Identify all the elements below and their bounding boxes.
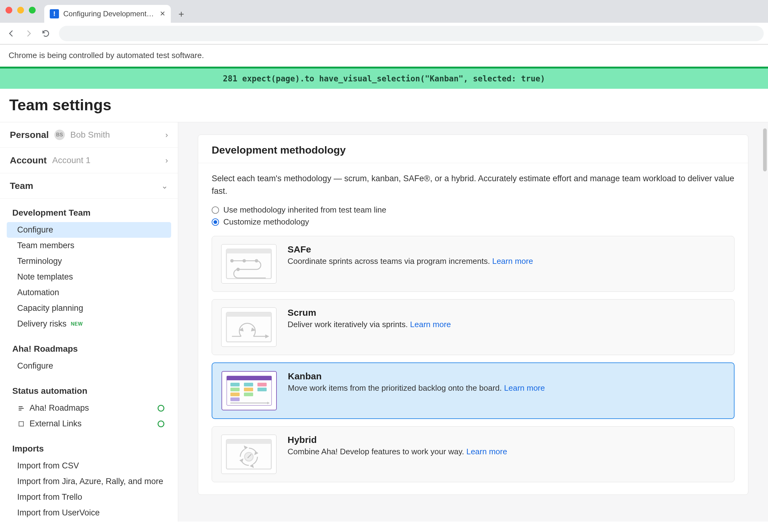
window-controls (6, 7, 44, 23)
sidebar-section-personal[interactable]: Personal BS Bob Smith › (0, 122, 178, 148)
sidebar: Personal BS Bob Smith › Account Account … (0, 122, 178, 522)
sidebar-item-capacity-planning[interactable]: Capacity planning (0, 300, 178, 316)
learn-more-link[interactable]: Learn more (410, 320, 451, 329)
card-content: Scrum Deliver work iteratively via sprin… (288, 307, 451, 329)
radio-customize[interactable]: Customize methodology (212, 217, 735, 227)
page-title: Team settings (9, 96, 759, 114)
sidebar-item-delivery-risks[interactable]: Delivery risks NEW (0, 316, 178, 332)
card-safe[interactable]: SAFe Coordinate sprints across teams via… (212, 236, 735, 292)
card-kanban[interactable]: Kanban Move work items from the prioriti… (212, 362, 735, 419)
sidebar-group-title: Development Team (0, 206, 178, 222)
panel-body: Select each team's methodology — scrum, … (198, 163, 748, 495)
svg-rect-17 (230, 383, 240, 386)
window-maximize[interactable] (29, 7, 36, 14)
external-icon (17, 421, 25, 427)
tab-close-icon[interactable]: ✕ (160, 10, 165, 18)
browser-tab[interactable]: ! Configuring Development Team ✕ (44, 5, 171, 23)
thumb-kanban-icon (221, 371, 277, 410)
card-title: Hybrid (288, 435, 507, 445)
new-tab-button[interactable]: + (174, 7, 188, 21)
roadmaps-icon (17, 405, 25, 412)
automation-banner: Chrome is being controlled by automated … (0, 45, 768, 67)
address-bar[interactable] (59, 26, 764, 41)
svg-point-7 (243, 260, 245, 262)
methodology-panel: Development methodology Select each team… (198, 135, 748, 495)
svg-rect-4 (226, 249, 271, 279)
thumb-safe-icon (221, 244, 276, 284)
thumb-hybrid-icon (221, 435, 276, 474)
sidebar-item-import-jira[interactable]: Import from Jira, Azure, Rally, and more (0, 474, 178, 489)
sidebar-group-status-automation: Status automation Aha! Roadmaps External… (0, 377, 178, 435)
chevron-down-icon: ⌄ (161, 181, 168, 191)
sidebar-section-team[interactable]: Team ⌄ (0, 173, 178, 199)
card-content: Hybrid Combine Aha! Develop features to … (288, 435, 507, 456)
svg-rect-25 (257, 388, 267, 391)
sidebar-group-title: Imports (0, 442, 178, 458)
svg-rect-21 (244, 383, 253, 386)
app: Team settings Personal BS Bob Smith › Ac… (0, 89, 768, 522)
main: Development methodology Select each team… (178, 122, 768, 522)
window-close[interactable] (6, 7, 12, 14)
panel-description: Select each team's methodology — scrum, … (212, 172, 735, 197)
card-title: Scrum (288, 307, 451, 318)
radio-icon (212, 206, 219, 214)
sidebar-item-status-external[interactable]: External Links (0, 416, 178, 432)
svg-point-8 (255, 260, 258, 262)
window-minimize[interactable] (17, 7, 24, 14)
sidebar-item-status-roadmaps[interactable]: Aha! Roadmaps (0, 400, 178, 416)
status-dot-icon (158, 421, 164, 427)
sidebar-item-configure[interactable]: Configure (7, 222, 171, 238)
learn-more-link[interactable]: Learn more (504, 383, 545, 393)
svg-rect-18 (230, 388, 240, 391)
sidebar-section-account[interactable]: Account Account 1 › (0, 148, 178, 173)
learn-more-link[interactable]: Learn more (466, 447, 507, 456)
status-dot-icon (158, 405, 164, 412)
sidebar-personal-label: Personal (10, 130, 49, 140)
svg-rect-3 (19, 421, 24, 426)
tab-title: Configuring Development Team (63, 10, 155, 18)
card-desc: Combine Aha! Develop features to work yo… (288, 447, 507, 456)
svg-rect-11 (226, 312, 271, 317)
svg-rect-0 (19, 406, 23, 407)
sidebar-group-title: Status automation (0, 384, 178, 400)
learn-more-link[interactable]: Learn more (492, 256, 533, 266)
card-desc: Deliver work iteratively via sprints. Le… (288, 320, 451, 329)
thumb-scrum-icon (221, 307, 276, 347)
forward-button[interactable] (22, 26, 36, 41)
svg-rect-2 (19, 409, 22, 410)
sidebar-item-terminology[interactable]: Terminology (0, 253, 178, 269)
svg-rect-16 (227, 376, 272, 380)
reload-button[interactable] (39, 26, 53, 41)
sidebar-item-team-members[interactable]: Team members (0, 238, 178, 253)
card-scrum[interactable]: Scrum Deliver work iteratively via sprin… (212, 299, 735, 355)
svg-rect-20 (230, 397, 240, 401)
svg-rect-22 (244, 388, 253, 391)
scrollbar[interactable] (763, 128, 767, 171)
back-button[interactable] (4, 26, 18, 41)
svg-rect-23 (244, 393, 253, 396)
sidebar-item-note-templates[interactable]: Note templates (0, 269, 178, 285)
svg-rect-1 (19, 408, 24, 409)
sidebar-item-import-csv[interactable]: Import from CSV (0, 458, 178, 474)
svg-point-9 (237, 268, 239, 271)
sidebar-item-automation[interactable]: Automation (0, 285, 178, 300)
card-title: SAFe (288, 244, 533, 255)
svg-point-6 (231, 260, 233, 262)
page-title-bar: Team settings (0, 89, 768, 122)
test-banner: 281 expect(page).to have_visual_selectio… (0, 67, 768, 89)
panel-heading: Development methodology (212, 144, 735, 156)
radio-inherit[interactable]: Use methodology inherited from test team… (212, 205, 735, 215)
card-hybrid[interactable]: Hybrid Combine Aha! Develop features to … (212, 426, 735, 482)
avatar-icon: BS (54, 130, 65, 140)
tab-favicon-icon: ! (50, 9, 59, 18)
sidebar-item-roadmaps-configure[interactable]: Configure (0, 358, 178, 374)
card-content: SAFe Coordinate sprints across teams via… (288, 244, 533, 266)
browser-toolbar (0, 23, 768, 44)
sidebar-item-import-trello[interactable]: Import from Trello (0, 489, 178, 505)
card-content: Kanban Move work items from the prioriti… (288, 371, 545, 393)
sidebar-group-roadmaps: Aha! Roadmaps Configure (0, 335, 178, 377)
card-desc: Coordinate sprints across teams via prog… (288, 256, 533, 266)
svg-rect-28 (226, 440, 271, 444)
chevron-right-icon: › (165, 156, 168, 165)
sidebar-item-import-uservoice[interactable]: Import from UserVoice (0, 505, 178, 521)
